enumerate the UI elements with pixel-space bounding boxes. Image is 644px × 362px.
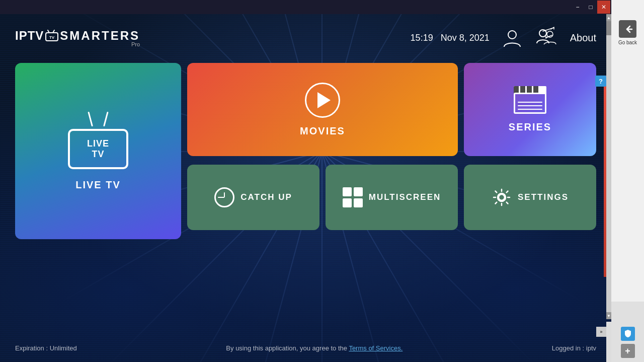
clock-min-hand	[218, 197, 224, 198]
shield-icon[interactable]	[621, 327, 635, 341]
series-card[interactable]: SERIES	[464, 63, 596, 156]
footer: Expiration : Unlimited By using this app…	[15, 338, 596, 352]
close-button[interactable]: ✕	[597, 1, 610, 14]
antenna-left	[88, 112, 93, 127]
terms-prefix: By using this application, you agree to …	[226, 344, 349, 352]
logo-smarters-text: SMARTERS	[60, 29, 140, 43]
series-label: SERIES	[509, 121, 551, 133]
expand-button[interactable]: »	[596, 327, 606, 337]
cards-grid: LIVE TV LIVE TV MOVIES	[15, 63, 596, 338]
user-icon	[500, 25, 525, 50]
clapper-lines	[518, 102, 542, 110]
play-icon	[305, 83, 340, 118]
ms-cell-4	[354, 198, 363, 207]
multiscreen-label: MULTISCREEN	[369, 192, 441, 202]
play-triangle	[317, 92, 331, 108]
minimize-button[interactable]: −	[571, 1, 584, 14]
live-tv-card[interactable]: LIVE TV LIVE TV	[15, 63, 181, 239]
scroll-up-arrow[interactable]: ▲	[606, 14, 611, 21]
multiscreen-card[interactable]: MULTISCREEN	[326, 165, 458, 230]
logo: IPTV TV SMARTERS Pro	[15, 29, 140, 47]
terms-text: By using this application, you agree to …	[226, 344, 403, 352]
datetime: 15:19 Nov 8, 2021	[411, 33, 490, 43]
movies-label: MOVIES	[300, 125, 345, 137]
ms-cell-3	[343, 198, 352, 207]
clapper-body	[514, 93, 546, 114]
live-text: LIVE	[87, 138, 109, 149]
plus-icon[interactable]: +	[621, 344, 635, 358]
catchup-label: CATCH UP	[240, 192, 292, 202]
switch-user-icon[interactable]	[535, 25, 560, 50]
about-button[interactable]: About	[570, 32, 596, 44]
antenna	[92, 111, 105, 126]
go-back-button[interactable]: Go back	[618, 20, 637, 45]
live-tv-label: LIVE TV	[75, 179, 121, 191]
ms-cell-2	[354, 187, 363, 196]
svg-text:TV: TV	[49, 35, 55, 40]
tv-body: LIVE TV	[68, 129, 128, 169]
ms-cell-1	[343, 187, 352, 196]
help-button[interactable]: ?	[595, 76, 606, 87]
gear-icon	[492, 187, 512, 207]
catchup-card[interactable]: CATCH UP	[187, 165, 319, 230]
go-back-icon	[619, 20, 636, 38]
bottom-scrollbar	[606, 322, 611, 362]
clapper-icon	[514, 86, 546, 114]
date-display: Nov 8, 2021	[441, 33, 490, 43]
settings-card[interactable]: SETTINGS	[464, 165, 596, 230]
maximize-button[interactable]: □	[584, 1, 597, 14]
scroll-down-arrow[interactable]: ▼	[606, 312, 611, 319]
logged-in-text: Logged in : iptv	[552, 344, 596, 352]
logo-tv-icon: TV	[45, 30, 59, 42]
main-content: IPTV TV SMARTERS Pro 15:19 Nov 8, 2021	[0, 15, 611, 362]
logo-iptv-text: IPTV	[15, 29, 44, 43]
tv-text: TV	[87, 149, 109, 160]
scrollbar-track	[606, 15, 611, 312]
header-right: 15:19 Nov 8, 2021	[411, 25, 596, 50]
svg-point-7	[499, 194, 505, 200]
live-tv-icon: LIVE TV	[68, 111, 128, 169]
expiration-text: Expiration : Unlimited	[15, 344, 77, 352]
header: IPTV TV SMARTERS Pro 15:19 Nov 8, 2021	[15, 23, 596, 53]
go-back-label: Go back	[618, 40, 637, 45]
clock-icon	[214, 187, 234, 207]
terms-link[interactable]: Terms of Services.	[349, 344, 403, 352]
settings-label: SETTINGS	[518, 192, 569, 202]
tv-screen-text: LIVE TV	[87, 138, 109, 160]
logo-pro-text: Pro	[131, 41, 140, 47]
antenna-right	[103, 112, 109, 127]
svg-point-4	[508, 31, 516, 39]
movies-card[interactable]: MOVIES	[187, 63, 458, 156]
time-display: 15:19	[411, 33, 433, 43]
window-chrome: − □ ✕	[0, 0, 611, 14]
multiscreen-icon	[343, 187, 363, 207]
